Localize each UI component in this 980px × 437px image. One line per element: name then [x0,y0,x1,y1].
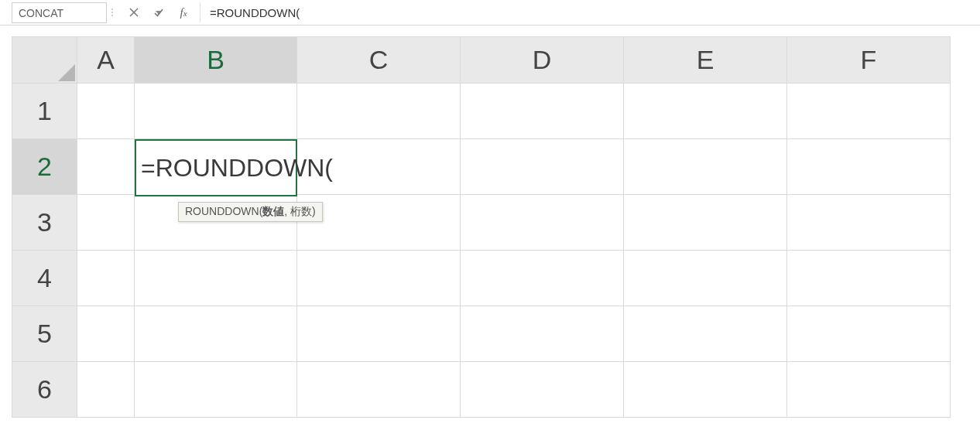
cell-d6[interactable] [461,362,624,418]
formula-bar-separator [107,2,118,22]
tooltip-fn-name[interactable]: ROUNDDOWN [185,205,259,217]
row-head-1[interactable]: 1 [12,84,77,139]
cell-a3[interactable] [77,195,135,251]
row-head-3[interactable]: 3 [12,195,77,251]
formula-bar: fx [0,0,980,26]
cell-c5[interactable] [297,306,461,362]
cell-c6[interactable] [297,362,461,418]
cell-f4[interactable] [787,251,951,306]
enter-icon[interactable] [150,4,167,21]
cell-f5[interactable] [787,306,951,362]
cell-c2[interactable] [297,139,461,195]
grid[interactable]: A B C D E F 1 2 3 [12,36,951,418]
cell-e1[interactable] [624,84,787,139]
name-box[interactable] [12,2,107,23]
row-head-6[interactable]: 6 [12,362,77,418]
cell-d2[interactable] [461,139,624,195]
formula-bar-buttons: fx [118,2,200,22]
col-head-d[interactable]: D [461,37,624,84]
cell-e3[interactable] [624,195,787,251]
select-all-corner[interactable] [12,37,77,84]
cell-c1[interactable] [297,84,461,139]
col-head-b[interactable]: B [135,37,297,84]
cancel-icon[interactable] [125,4,142,21]
cell-b6[interactable] [135,362,297,418]
formula-input-wrap[interactable] [200,2,980,22]
cell-b1[interactable] [135,84,297,139]
cell-b4[interactable] [135,251,297,306]
cell-b5[interactable] [135,306,297,362]
row-head-4[interactable]: 4 [12,251,77,306]
row-head-5[interactable]: 5 [12,306,77,362]
col-head-e[interactable]: E [624,37,787,84]
col-head-c[interactable]: C [297,37,461,84]
cell-f2[interactable] [787,139,951,195]
cell-d3[interactable] [461,195,624,251]
worksheet[interactable]: A B C D E F 1 2 3 [0,26,980,437]
insert-function-icon[interactable]: fx [175,4,192,21]
cell-e6[interactable] [624,362,787,418]
tooltip-arg-current[interactable]: 数値 [262,205,284,217]
tooltip-arg-rest[interactable]: , 桁数) [284,205,315,217]
cell-a1[interactable] [77,84,135,139]
cell-e4[interactable] [624,251,787,306]
cell-a5[interactable] [77,306,135,362]
cell-f3[interactable] [787,195,951,251]
cell-c4[interactable] [297,251,461,306]
cell-a4[interactable] [77,251,135,306]
cell-d4[interactable] [461,251,624,306]
cell-a6[interactable] [77,362,135,418]
cell-e5[interactable] [624,306,787,362]
function-tooltip[interactable]: ROUNDDOWN(数値, 桁数) [178,202,323,222]
col-head-f[interactable]: F [787,37,951,84]
formula-input[interactable] [208,5,980,20]
cell-d1[interactable] [461,84,624,139]
row-head-2[interactable]: 2 [12,139,77,195]
cell-a2[interactable] [77,139,135,195]
col-head-a[interactable]: A [77,37,135,84]
cell-e2[interactable] [624,139,787,195]
cell-b2[interactable] [135,139,297,195]
cell-d5[interactable] [461,306,624,362]
cell-f6[interactable] [787,362,951,418]
cell-f1[interactable] [787,84,951,139]
